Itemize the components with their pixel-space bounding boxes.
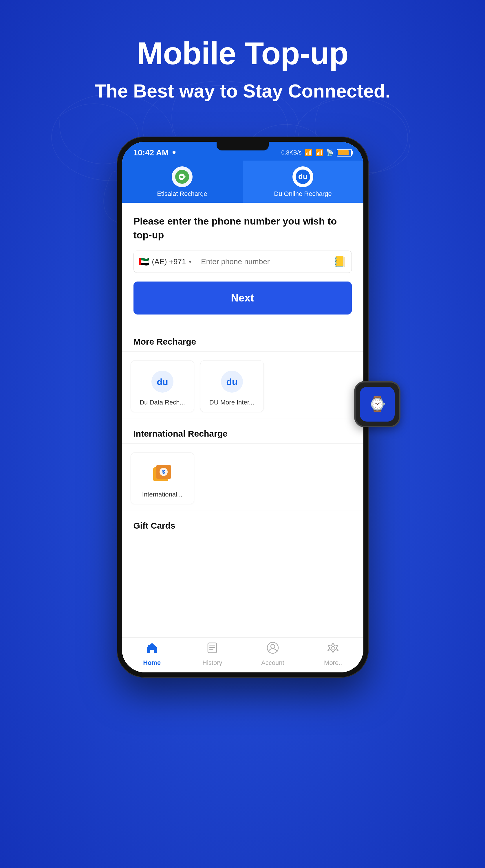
nav-more-label: More.. bbox=[324, 659, 342, 666]
history-icon bbox=[206, 642, 218, 657]
nav-home[interactable]: Home bbox=[122, 642, 182, 666]
phone-input-row[interactable]: 🇦🇪 (AE) +971 ▾ 📒 bbox=[134, 251, 352, 273]
more-recharge-header: More Recharge bbox=[122, 332, 363, 351]
status-right: 0.8KB/s 📶 📶 📡 bbox=[281, 149, 351, 157]
nav-history[interactable]: History bbox=[182, 642, 242, 666]
home-svg bbox=[146, 642, 158, 654]
du-more-card-icon: du bbox=[219, 369, 245, 395]
more-icon bbox=[327, 642, 339, 657]
gift-cards-header: Gift Cards bbox=[122, 516, 363, 535]
country-code: (AE) +971 bbox=[152, 257, 186, 266]
svg-point-28 bbox=[332, 646, 335, 649]
du-logo-tab: du bbox=[295, 169, 310, 184]
phone-frame: 10:42 AM ♥ 0.8KB/s 📶 📶 📡 bbox=[117, 136, 369, 678]
svg-rect-24 bbox=[209, 647, 215, 648]
svg-text:du: du bbox=[156, 377, 168, 387]
svg-rect-20 bbox=[150, 650, 154, 653]
wifi-icon: 📡 bbox=[326, 149, 334, 157]
tab-etisalat[interactable]: Etisalat Recharge bbox=[122, 161, 242, 203]
content-spacer bbox=[122, 535, 363, 638]
form-heading: Please enter the phone number you wish t… bbox=[134, 214, 352, 242]
svg-point-26 bbox=[267, 642, 278, 653]
svg-text:du: du bbox=[298, 172, 308, 181]
nav-home-label: Home bbox=[143, 659, 161, 666]
page-subtitle: The Best way to Stay Connected. bbox=[94, 80, 390, 102]
next-button[interactable]: Next bbox=[134, 281, 352, 314]
bottom-nav: Home History bbox=[122, 638, 363, 673]
phone-notch bbox=[217, 142, 269, 151]
intl-recharge-header: International Recharge bbox=[122, 424, 363, 443]
du-more-intl-card-label: DU More Inter... bbox=[209, 399, 254, 406]
heart-icon: ♥ bbox=[172, 149, 176, 157]
du-logo-card-1: du bbox=[151, 370, 174, 393]
du-data-card-label: Du Data Rech... bbox=[140, 399, 185, 406]
uae-flag: 🇦🇪 bbox=[138, 257, 149, 267]
tab-du[interactable]: du Du Online Recharge bbox=[242, 161, 363, 203]
more-svg bbox=[327, 642, 339, 654]
more-recharge-cards: du Du Data Rech... du DU bbox=[122, 357, 363, 418]
nav-more[interactable]: More.. bbox=[303, 642, 363, 666]
divider-4 bbox=[122, 443, 363, 443]
divider-1 bbox=[122, 326, 363, 327]
intl-money-icon: $ bbox=[151, 462, 174, 485]
app-tabs: Etisalat Recharge du Du Online Recharge bbox=[122, 161, 363, 203]
intl-card-label: International... bbox=[142, 491, 182, 498]
du-more-intl-card[interactable]: du DU More Inter... bbox=[200, 360, 264, 412]
intl-recharge-cards: $ International... bbox=[122, 450, 363, 510]
page-title: Mobile Top-up bbox=[137, 35, 348, 71]
data-speed: 0.8KB/s bbox=[281, 149, 302, 156]
phone-screen: 10:42 AM ♥ 0.8KB/s 📶 📶 📡 bbox=[122, 142, 363, 673]
smartwatch-decoration: ⌚ bbox=[354, 381, 406, 433]
du-tab-label: Du Online Recharge bbox=[274, 190, 332, 197]
contact-book-icon[interactable]: 📒 bbox=[328, 253, 351, 271]
phone-wrapper: 10:42 AM ♥ 0.8KB/s 📶 📶 📡 bbox=[117, 136, 369, 678]
svg-point-27 bbox=[271, 644, 275, 648]
etisalat-tab-label: Etisalat Recharge bbox=[157, 190, 207, 197]
history-svg bbox=[206, 642, 218, 654]
smartwatch-screen: ⌚ bbox=[360, 387, 395, 422]
dropdown-arrow: ▾ bbox=[189, 259, 191, 265]
signal-icon: 📶 bbox=[305, 149, 312, 157]
du-tab-icon: du bbox=[292, 166, 313, 187]
smartwatch: ⌚ bbox=[354, 381, 400, 427]
intl-recharge-card[interactable]: $ International... bbox=[131, 452, 194, 504]
status-time: 10:42 AM ♥ bbox=[134, 148, 176, 157]
nav-account[interactable]: Account bbox=[242, 642, 303, 666]
account-icon bbox=[267, 642, 279, 657]
account-svg bbox=[267, 642, 279, 654]
country-selector[interactable]: 🇦🇪 (AE) +971 ▾ bbox=[134, 251, 197, 273]
svg-rect-21 bbox=[148, 645, 149, 647]
phone-number-input[interactable] bbox=[196, 251, 328, 272]
divider-5 bbox=[122, 510, 363, 510]
du-logo-card-2: du bbox=[220, 370, 244, 393]
etisalat-tab-icon bbox=[172, 166, 193, 187]
intl-card-icon: $ bbox=[149, 461, 175, 487]
battery-icon bbox=[337, 149, 352, 157]
svg-text:du: du bbox=[226, 377, 237, 387]
svg-text:$: $ bbox=[162, 469, 165, 475]
home-icon bbox=[146, 642, 158, 657]
svg-rect-23 bbox=[209, 646, 215, 646]
nav-account-label: Account bbox=[261, 659, 284, 666]
divider-2 bbox=[122, 351, 363, 351]
svg-rect-25 bbox=[209, 649, 213, 650]
du-data-card-icon: du bbox=[149, 369, 175, 395]
battery-fill bbox=[338, 150, 349, 155]
divider-3 bbox=[122, 418, 363, 418]
svg-point-6 bbox=[175, 170, 189, 184]
form-section: Please enter the phone number you wish t… bbox=[122, 203, 363, 326]
etisalat-logo bbox=[175, 169, 189, 184]
signal-icon-2: 📶 bbox=[315, 149, 323, 157]
nav-history-label: History bbox=[202, 659, 222, 666]
du-data-recharge-card[interactable]: du Du Data Rech... bbox=[131, 360, 194, 412]
app-content: Please enter the phone number you wish t… bbox=[122, 203, 363, 673]
